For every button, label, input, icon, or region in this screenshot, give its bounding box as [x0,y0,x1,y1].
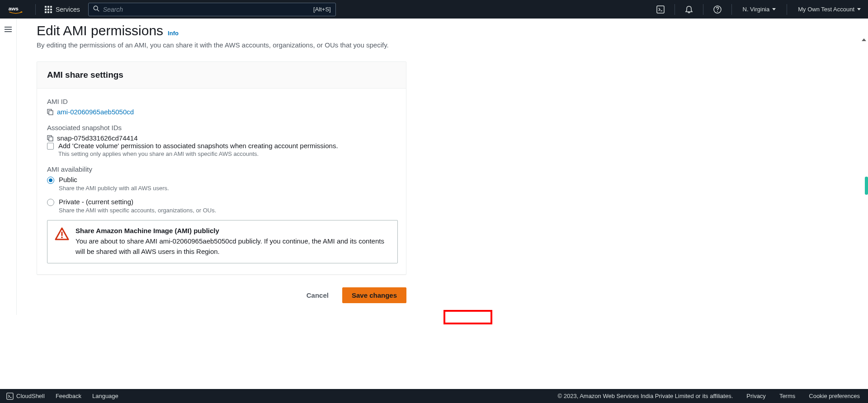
sidebar-toggle[interactable] [0,19,17,315]
nav-divider [35,4,36,15]
region-label: N. Virginia [743,6,770,13]
services-button[interactable]: Services [39,0,85,19]
nav-divider [703,4,703,15]
cloudshell-label: CloudShell [16,393,45,399]
svg-rect-10 [49,137,53,141]
snapshot-id: snap-075d331626cd74414 [57,134,138,142]
privacy-link[interactable]: Privacy [746,393,766,399]
footer-right: © 2023, Amazon Web Services India Privat… [558,393,868,399]
radio-indicator [47,177,54,184]
aws-logo[interactable]: aws [8,5,24,14]
top-nav: aws Services Search [Alt+S] N. Virginia … [0,0,868,19]
create-volume-checkbox[interactable]: Add 'Create volume' permission to associ… [47,142,396,150]
language-link[interactable]: Language [92,393,118,399]
cloudshell-icon-button[interactable] [650,0,671,19]
search-icon [93,5,99,13]
page-header: Edit AMI permissions Info By editing the… [37,19,868,49]
svg-point-12 [61,237,63,239]
radio-private[interactable]: Private - (current setting) [47,198,396,206]
radio-private-help: Share the AMI with specific accounts, or… [59,207,396,214]
services-label: Services [56,6,80,13]
caret-down-icon [772,8,776,10]
svg-text:aws: aws [9,5,19,11]
notifications-icon-button[interactable] [679,0,699,19]
footer: CloudShell Feedback Language © 2023, Ama… [0,389,868,403]
radio-public-help: Share the AMI publicly with all AWS user… [59,185,396,192]
info-link[interactable]: Info [168,30,179,37]
public-share-alert: Share Amazon Machine Image (AMI) publicl… [47,220,398,263]
page-description: By editing the permissions of an AMI, yo… [37,41,868,49]
account-label: My Own Test Account [798,6,854,13]
copy-icon[interactable] [47,109,53,115]
content-area: Edit AMI permissions Info By editing the… [17,19,868,315]
services-grid-icon [45,6,52,13]
cookies-link[interactable]: Cookie preferences [809,393,860,399]
radio-private-label: Private - (current setting) [59,198,133,206]
search-placeholder: Search [103,6,313,13]
nav-divider [731,4,732,15]
main-container: Edit AMI permissions Info By editing the… [0,19,868,315]
copyright-text: © 2023, Amazon Web Services India Privat… [558,393,733,399]
ami-id-row: ami-02060965aeb5050cd [47,108,396,116]
copy-icon[interactable] [47,135,53,141]
scroll-grip[interactable] [865,177,868,195]
page-title: Edit AMI permissions [37,23,163,38]
account-selector[interactable]: My Own Test Account [791,0,868,19]
ami-share-panel: AMI share settings AMI ID ami-02060965ae… [37,61,406,275]
terms-link[interactable]: Terms [779,393,795,399]
checkbox-box [47,143,54,150]
nav-divider [675,4,675,15]
svg-point-6 [717,11,718,12]
help-icon-button[interactable] [707,0,728,19]
alert-body: You are about to share AMI ami-02060965a… [75,236,390,257]
save-button[interactable]: Save changes [342,287,406,303]
warning-icon [55,227,69,257]
svg-rect-8 [49,111,53,115]
radio-public[interactable]: Public [47,176,396,184]
checkbox-help: This setting only applies when you share… [58,150,396,157]
svg-point-1 [94,6,98,10]
caret-down-icon [857,8,861,10]
cloudshell-button[interactable]: CloudShell [6,393,45,400]
footer-left: CloudShell Feedback Language [0,393,118,400]
radio-indicator [47,199,54,206]
availability-radio-group: Public Share the AMI publicly with all A… [47,176,396,214]
action-buttons: Cancel Save changes [37,287,406,312]
checkbox-label: Add 'Create volume' permission to associ… [58,142,338,150]
search-shortcut: [Alt+S] [313,6,331,13]
ami-id-link[interactable]: ami-02060965aeb5050cd [57,108,134,116]
alert-title: Share Amazon Machine Image (AMI) publicl… [75,227,390,234]
ami-id-label: AMI ID [47,98,396,105]
panel-body: AMI ID ami-02060965aeb5050cd Associated … [37,89,406,274]
snapshot-row: snap-075d331626cd74414 [47,134,396,142]
availability-label: AMI availability [47,165,396,173]
search-container: Search [Alt+S] [88,3,336,16]
scroll-up-arrow-icon[interactable] [862,38,866,41]
snapshot-label: Associated snapshot IDs [47,124,396,131]
hamburger-icon [5,27,12,32]
panel-title: AMI share settings [47,70,396,80]
alert-content: Share Amazon Machine Image (AMI) publicl… [75,227,390,257]
region-selector[interactable]: N. Virginia [736,0,783,19]
panel-header: AMI share settings [37,62,406,89]
highlight-box [443,310,492,324]
cancel-button[interactable]: Cancel [297,288,338,303]
svg-line-2 [97,9,99,11]
search-input[interactable]: Search [Alt+S] [88,3,336,16]
nav-divider [787,4,787,15]
radio-public-label: Public [59,176,77,183]
feedback-link[interactable]: Feedback [56,393,81,399]
